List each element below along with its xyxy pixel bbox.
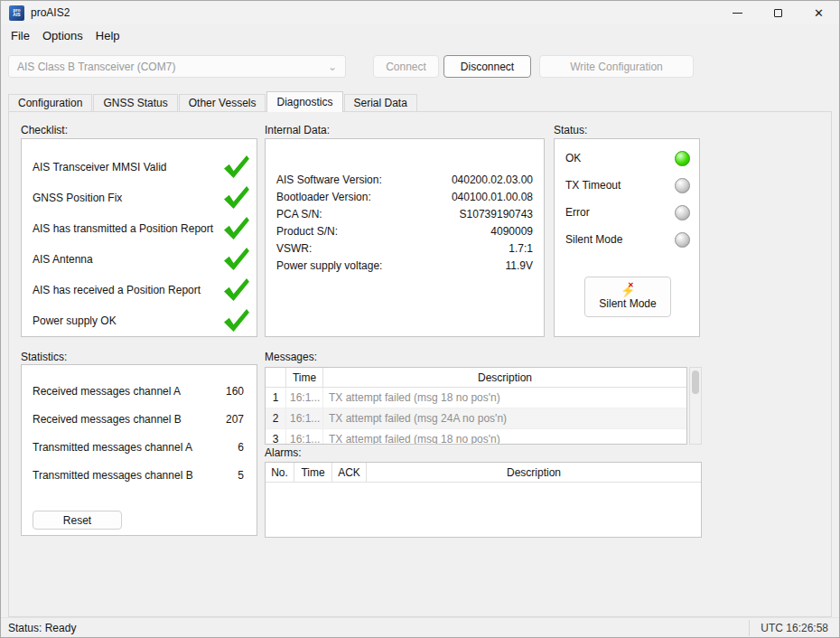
internal-data-value: S10739190743 [460, 208, 533, 225]
alarms-table-header: No. Time ACK Description [266, 463, 701, 483]
internal-data-value: 040200.02.03.00 [452, 174, 533, 191]
statistics-row: Received messages channel B 207 [22, 405, 257, 433]
close-button[interactable]: ✕ [798, 1, 839, 24]
close-icon: ✕ [814, 6, 824, 20]
message-row-number: 2 [266, 412, 285, 425]
silent-mode-button-label: Silent Mode [599, 297, 656, 310]
header-cell-rownum [266, 368, 285, 387]
connect-button[interactable]: Connect [373, 55, 439, 78]
statistics-group: Received messages channel A 160 Received… [21, 364, 257, 536]
app-icon: pro AIS [9, 5, 24, 21]
message-description: TX attempt failed (msg 18 no pos'n) [323, 391, 686, 404]
internal-data-label: Bootloader Version: [276, 191, 371, 208]
checklist-item-label: AIS Antenna [33, 253, 93, 266]
checklist-item: AIS has received a Position Report [22, 275, 257, 305]
disconnect-button[interactable]: Disconnect [443, 55, 531, 78]
internal-data-label: AIS Software Version: [276, 174, 382, 191]
message-row-number: 1 [266, 391, 285, 404]
message-row[interactable]: 1 16:1... TX attempt failed (msg 18 no p… [266, 388, 686, 408]
check-icon [223, 186, 249, 210]
led-ok-icon [675, 151, 690, 166]
silent-mode-button[interactable]: ⚡✕ Silent Mode [584, 277, 671, 317]
tab-other-vessels[interactable]: Other Vessels [179, 94, 266, 111]
messages-scrollbar[interactable] [689, 367, 702, 445]
window-title: proAIS2 [31, 6, 70, 19]
internal-data-row: AIS Software Version: 040200.02.03.00 [276, 174, 533, 191]
status-group: OK TX Timeout Error Silent Mode ⚡✕ Silen… [554, 138, 700, 337]
check-icon [223, 309, 249, 333]
checklist-item-label: AIS has transmitted a Position Report [33, 222, 213, 235]
check-icon [223, 217, 249, 240]
tab-serial-data[interactable]: Serial Data [344, 94, 417, 111]
statistics-row: Transmitted messages channel B 5 [22, 461, 257, 489]
internal-data-value: 1.7:1 [509, 242, 533, 259]
write-configuration-button[interactable]: Write Configuration [539, 55, 694, 78]
titlebar: pro AIS proAIS2 ✕ [1, 1, 839, 24]
status-label: TX Timeout [565, 179, 621, 192]
menu-item-options[interactable]: Options [36, 26, 89, 45]
check-icon [223, 248, 249, 271]
internal-data-label: PCA S/N: [276, 208, 322, 225]
header-cell-time: Time [285, 368, 323, 387]
internal-data-value: 11.9V [506, 259, 533, 277]
checklist-title: Checklist: [21, 124, 68, 136]
tab-configuration[interactable]: Configuration [8, 94, 92, 111]
statistics-label: Received messages channel A [33, 385, 181, 398]
check-icon [223, 155, 249, 179]
status-text: Status: Ready [8, 622, 76, 634]
message-row[interactable]: 3 16:1... TX attempt failed (msg 18 no p… [266, 429, 686, 445]
status-bar: Status: Ready UTC 16:26:58 [1, 617, 839, 637]
status-title: Status: [554, 124, 587, 136]
statistics-label: Received messages channel B [33, 413, 182, 426]
internal-data-title: Internal Data: [265, 124, 330, 136]
message-time: 16:1... [285, 388, 323, 408]
statistics-value: 6 [238, 441, 244, 454]
status-row-ok: OK [555, 145, 699, 172]
tab-gnss-status[interactable]: GNSS Status [93, 94, 177, 111]
menu-item-help[interactable]: Help [89, 26, 126, 45]
status-label: OK [565, 152, 581, 164]
statistics-row: Transmitted messages channel A 6 [22, 433, 257, 461]
messages-title: Messages: [265, 351, 317, 363]
device-select-value: AIS Class B Transceiver (COM7) [17, 61, 175, 73]
internal-data-group: AIS Software Version: 040200.02.03.00 Bo… [265, 138, 545, 337]
led-silent-mode-icon [675, 232, 690, 248]
checklist-item-label: AIS Transceiver MMSI Valid [33, 161, 167, 174]
tab-diagnostics[interactable]: Diagnostics [266, 91, 342, 112]
message-description: TX attempt failed (msg 24A no pos'n) [323, 412, 686, 425]
led-error-icon [675, 205, 690, 220]
checklist-item: AIS Transceiver MMSI Valid [22, 152, 257, 183]
reset-button[interactable]: Reset [33, 511, 122, 530]
internal-data-row: Product S/N: 4090009 [276, 225, 533, 242]
checklist-item-label: AIS has received a Position Report [33, 284, 201, 296]
menu-item-file[interactable]: File [5, 26, 36, 45]
alarms-title: Alarms: [265, 446, 302, 459]
message-row[interactable]: 2 16:1... TX attempt failed (msg 24A no … [266, 408, 686, 429]
checklist-item: AIS has transmitted a Position Report [22, 213, 257, 244]
header-cell-alarm-time: Time [294, 463, 332, 482]
messages-table-header: Time Description [266, 368, 686, 388]
header-cell-ack: ACK [332, 463, 367, 482]
status-row-tx-timeout: TX Timeout [555, 172, 699, 199]
internal-data-value: 4090009 [490, 225, 533, 242]
tabstrip: Configuration GNSS Status Other Vessels … [1, 87, 839, 111]
internal-data-label: Product S/N: [276, 225, 338, 242]
message-row-number: 3 [266, 433, 285, 445]
message-time: 16:1... [285, 408, 323, 428]
internal-data-value: 040100.01.00.08 [452, 191, 533, 208]
led-tx-timeout-icon [675, 178, 690, 193]
checklist-item-label: GNSS Position Fix [33, 192, 122, 204]
scrollbar-thumb[interactable] [692, 371, 699, 394]
statistics-value: 160 [226, 385, 244, 398]
checklist-group: AIS Transceiver MMSI Valid GNSS Position… [21, 138, 257, 337]
statistics-label: Transmitted messages channel B [33, 469, 193, 482]
status-row-silent-mode: Silent Mode [555, 226, 699, 253]
minimize-button[interactable] [717, 1, 758, 24]
internal-data-label: VSWR: [276, 242, 312, 259]
maximize-button[interactable] [758, 1, 798, 24]
device-select[interactable]: AIS Class B Transceiver (COM7) ⌄ [8, 55, 346, 78]
header-cell-description: Description [323, 368, 686, 387]
checklist-item: GNSS Position Fix [22, 183, 257, 213]
status-label: Silent Mode [565, 233, 622, 246]
message-description: TX attempt failed (msg 18 no pos'n) [323, 433, 686, 445]
